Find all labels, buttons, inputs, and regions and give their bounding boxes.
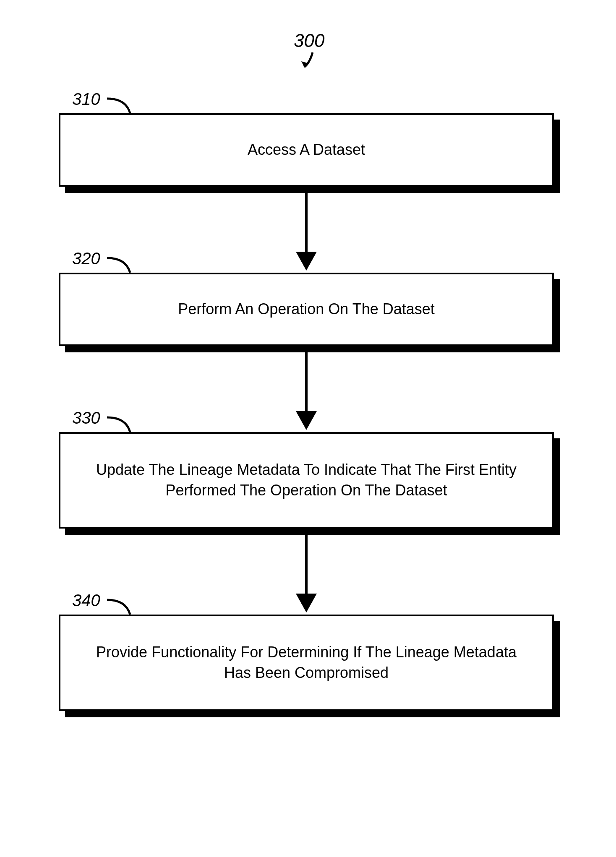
arrow-down-icon	[294, 352, 319, 432]
step-label-340: 340	[72, 591, 100, 610]
svg-marker-4	[296, 411, 317, 430]
step-text: Update The Lineage Metadata To Indicate …	[86, 460, 527, 500]
diagram-ref-arrow	[294, 50, 319, 76]
step-box-310: Access A Dataset	[59, 113, 554, 187]
arrow-down-icon	[294, 535, 319, 615]
step-label-310: 310	[72, 90, 100, 109]
svg-marker-6	[296, 594, 317, 612]
step-text: Access A Dataset	[248, 140, 365, 160]
diagram-ref-number: 300	[294, 30, 324, 51]
step-text: Provide Functionality For Determining If…	[86, 642, 527, 683]
step-box-340: Provide Functionality For Determining If…	[59, 615, 554, 711]
step-box-330: Update The Lineage Metadata To Indicate …	[59, 432, 554, 529]
step-label-320: 320	[72, 249, 100, 268]
flowchart-container: 300 310 Access A Dataset 320 Perform An …	[0, 0, 616, 857]
step-box-320: Perform An Operation On The Dataset	[59, 273, 554, 346]
step-label-330: 330	[72, 409, 100, 427]
step-text: Perform An Operation On The Dataset	[178, 299, 435, 320]
arrow-down-icon	[294, 193, 319, 273]
svg-marker-2	[296, 252, 317, 271]
